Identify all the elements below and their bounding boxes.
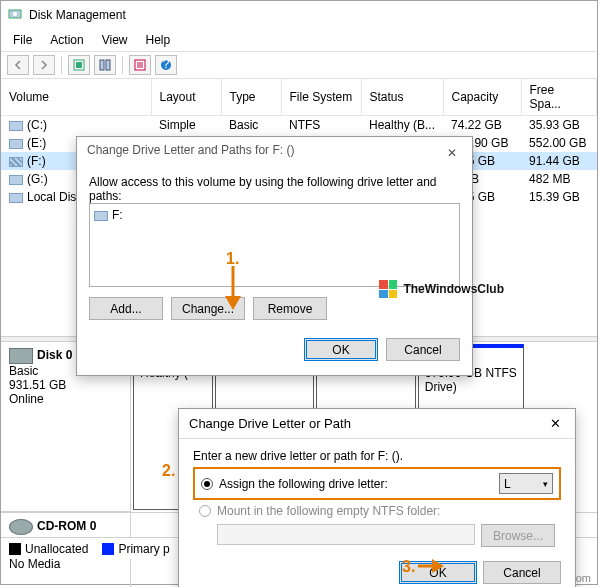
dialog2-title: Change Drive Letter or Path: [189, 416, 351, 431]
swatch-primary: [102, 543, 114, 555]
volume-icon: [9, 193, 23, 203]
change-letter-dialog: Change Drive Letter or Path ✕ Enter a ne…: [178, 408, 576, 587]
windows-flag-icon: [379, 280, 397, 298]
col-type[interactable]: Type: [221, 79, 281, 116]
drive-letter-value: L: [504, 477, 511, 491]
volume-icon: [9, 121, 23, 131]
titlebar: Disk Management: [1, 1, 597, 29]
change-paths-dialog: Change Drive Letter and Paths for F: () …: [76, 136, 473, 376]
col-fs[interactable]: File System: [281, 79, 361, 116]
table-row[interactable]: (C:)SimpleBasicNTFSHealthy (B...74.22 GB…: [1, 116, 597, 135]
menu-file[interactable]: File: [5, 31, 40, 49]
cdrom-icon: [9, 519, 33, 535]
menu-help[interactable]: Help: [138, 31, 179, 49]
hdd-icon: [9, 348, 33, 364]
close-icon[interactable]: ✕: [545, 414, 565, 434]
col-volume[interactable]: Volume: [1, 79, 151, 116]
svg-rect-3: [76, 62, 82, 68]
toolbar: ?: [1, 51, 597, 79]
mount-path-input: [217, 524, 475, 545]
window-title: Disk Management: [29, 8, 126, 22]
paths-listbox[interactable]: F:: [89, 203, 460, 287]
paths-entry[interactable]: F:: [112, 208, 123, 222]
chevron-down-icon: ▾: [543, 479, 548, 489]
menu-action[interactable]: Action: [42, 31, 91, 49]
watermark: TheWindowsClub: [379, 280, 504, 298]
disk-icon: [7, 6, 23, 25]
annotation-3: 3.: [402, 558, 415, 576]
arrow-icon: [218, 266, 248, 316]
col-free[interactable]: Free Spa...: [521, 79, 596, 116]
cancel-button[interactable]: Cancel: [483, 561, 561, 584]
col-capacity[interactable]: Capacity: [443, 79, 521, 116]
cancel-button[interactable]: Cancel: [386, 338, 460, 361]
remove-button[interactable]: Remove: [253, 297, 327, 320]
close-icon[interactable]: ✕: [442, 143, 462, 163]
col-status[interactable]: Status: [361, 79, 443, 116]
ok-button[interactable]: OK: [304, 338, 378, 361]
swatch-unalloc: [9, 543, 21, 555]
legend-primary: Primary p: [118, 542, 169, 556]
views-icon[interactable]: [94, 55, 116, 75]
add-button[interactable]: Add...: [89, 297, 163, 320]
disk0-title: Disk 0: [37, 348, 72, 362]
radio-mount-folder[interactable]: [199, 505, 211, 517]
dialog2-prompt: Enter a new drive letter or path for F: …: [193, 449, 561, 463]
volume-icon: [9, 175, 23, 185]
legend-unalloc: Unallocated: [25, 542, 88, 556]
dialog1-title: Change Drive Letter and Paths for F: (): [87, 143, 294, 163]
dialog1-prompt: Allow access to this volume by using the…: [89, 175, 460, 203]
disk0-size: 931.51 GB: [9, 378, 122, 392]
volume-icon: [9, 157, 23, 167]
help-icon[interactable]: ?: [155, 55, 177, 75]
col-layout[interactable]: Layout: [151, 79, 221, 116]
svg-rect-5: [106, 60, 110, 70]
cdrom-title: CD-ROM 0: [37, 519, 96, 533]
svg-rect-4: [100, 60, 104, 70]
cdrom-state: No Media: [9, 557, 122, 571]
opt-mount-label: Mount in the following empty NTFS folder…: [217, 504, 440, 518]
opt-assign-label: Assign the following drive letter:: [219, 477, 388, 491]
volume-icon: [9, 139, 23, 149]
refresh-icon[interactable]: [68, 55, 90, 75]
back-icon[interactable]: [7, 55, 29, 75]
properties-icon[interactable]: [129, 55, 151, 75]
drive-icon: [94, 211, 108, 221]
disk0-state: Online: [9, 392, 122, 406]
arrow-icon: [418, 556, 448, 576]
radio-assign-letter[interactable]: [201, 478, 213, 490]
annotation-2: 2.: [162, 462, 175, 480]
browse-button: Browse...: [481, 524, 555, 547]
forward-icon[interactable]: [33, 55, 55, 75]
menubar: File Action View Help: [1, 29, 597, 51]
svg-point-1: [13, 12, 17, 16]
menu-view[interactable]: View: [94, 31, 136, 49]
svg-text:?: ?: [163, 59, 170, 71]
drive-letter-combo[interactable]: L ▾: [499, 473, 553, 494]
